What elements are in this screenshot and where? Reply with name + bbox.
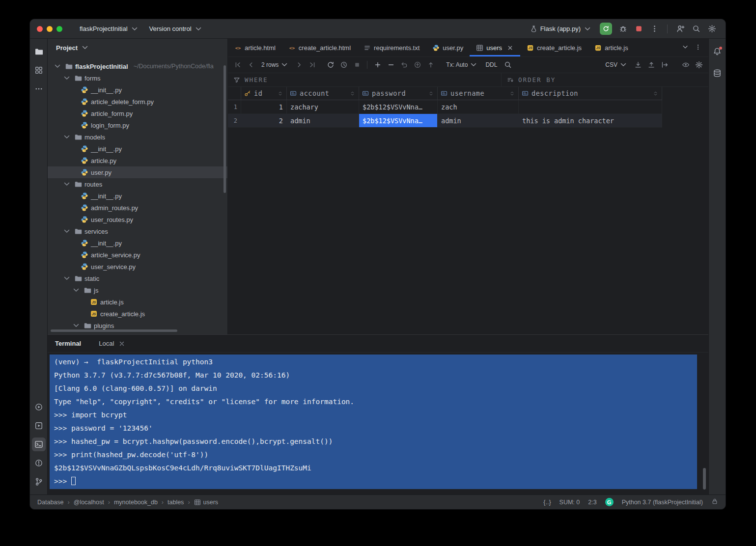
rerun-button[interactable] — [600, 23, 612, 35]
hidden-tabs-button[interactable] — [682, 44, 689, 52]
project-scrollbar-horizontal[interactable] — [51, 329, 177, 332]
tree-item-article-delete-form-py[interactable]: article_delete_form.py — [48, 96, 227, 108]
readonly-toggle-button[interactable] — [711, 498, 718, 506]
tab-create-article-js[interactable]: JScreate_article.js — [520, 39, 588, 56]
tab-article-js[interactable]: JSarticle.js — [588, 39, 635, 56]
commit-changes-button[interactable] — [424, 59, 437, 71]
terminal-tab-local[interactable]: Local — [99, 340, 126, 348]
tab-options-button[interactable] — [695, 44, 701, 52]
tree-item-article-py[interactable]: article.py — [48, 155, 227, 166]
tree-item-static[interactable]: static — [48, 273, 227, 284]
cell-username-row2[interactable]: admin — [438, 114, 519, 128]
run-tool-button[interactable] — [32, 400, 46, 414]
zoom-window-button[interactable] — [56, 26, 62, 32]
more-actions-button[interactable] — [647, 22, 661, 36]
debug-button[interactable] — [616, 22, 630, 36]
tree-item-flaskprojectinitial[interactable]: flaskProjectInitial~/Documents/PythonCod… — [48, 60, 227, 72]
run-config-selector[interactable]: Flask (app.py) — [526, 23, 596, 35]
tree-item-js[interactable]: js — [48, 284, 227, 296]
python-interpreter-widget[interactable]: Python 3.7 (flaskProjectInitial) — [622, 499, 703, 506]
row-number-1[interactable]: 1 — [228, 100, 241, 114]
last-page-button[interactable] — [306, 59, 318, 71]
aggregate-sum-widget[interactable]: SUM: 0 — [560, 499, 580, 506]
tree-item-forms[interactable]: forms — [48, 72, 227, 84]
terminal-output[interactable]: (venv) → flaskProjectInitial python3Pyth… — [48, 353, 708, 494]
import-data-button[interactable] — [632, 59, 644, 71]
project-widget[interactable]: flaskProjectInitial — [75, 23, 143, 35]
minimize-window-button[interactable] — [47, 26, 53, 32]
terminal-scrollbar[interactable] — [703, 468, 706, 490]
cell-description-row2[interactable]: this is admin character — [519, 114, 662, 128]
settings-button[interactable] — [705, 22, 719, 36]
tree-item-services[interactable]: services — [48, 225, 227, 237]
column-header-id[interactable]: id — [241, 87, 287, 100]
tree-item-article-service-py[interactable]: article_service.py — [48, 249, 227, 261]
revert-changes-button[interactable] — [398, 59, 410, 71]
delete-row-button[interactable] — [385, 59, 397, 71]
project-panel-header[interactable]: Project — [48, 39, 227, 56]
open-in-editor-button[interactable] — [658, 59, 671, 71]
tab-create-article-html[interactable]: <>create_article.html — [282, 39, 357, 56]
next-page-button[interactable] — [293, 59, 305, 71]
export-data-button[interactable] — [645, 59, 657, 71]
cell-account-row1[interactable]: zachary — [287, 100, 359, 114]
tree-item-models[interactable]: models — [48, 131, 227, 143]
tree-item-login-form-py[interactable]: login_form.py — [48, 119, 227, 131]
export-format-selector[interactable]: CSV — [602, 59, 631, 71]
cell-description-row1[interactable] — [519, 100, 662, 114]
cancel-query-button[interactable] — [351, 59, 363, 71]
services-tool-button[interactable] — [32, 419, 46, 433]
terminal-tool-button[interactable] — [32, 437, 46, 451]
tree-item-init-py[interactable]: __init__.py — [48, 143, 227, 155]
query-history-button[interactable] — [337, 59, 350, 71]
breadcrumb-users[interactable]: users — [194, 499, 219, 506]
json-path-widget[interactable]: {..} — [543, 499, 551, 506]
add-row-button[interactable] — [371, 59, 384, 71]
column-header-account[interactable]: account — [287, 87, 359, 100]
grammarly-badge[interactable]: G — [605, 498, 614, 506]
close-terminal-tab-button[interactable] — [118, 340, 126, 348]
transaction-mode-selector[interactable]: Tx: Auto — [443, 59, 481, 71]
breadcrumb-tables[interactable]: tables — [168, 499, 184, 506]
stop-button[interactable] — [632, 22, 645, 36]
breadcrumb-database[interactable]: Database — [37, 499, 64, 506]
tree-item-init-py[interactable]: __init__.py — [48, 237, 227, 249]
close-window-button[interactable] — [37, 26, 43, 32]
database-tool-button[interactable] — [710, 66, 724, 80]
row-number-2[interactable]: 2 — [228, 114, 241, 128]
column-header-description[interactable]: description — [519, 87, 662, 100]
where-filter-input[interactable]: WHERE — [228, 73, 502, 86]
cell-id-row2[interactable]: 2 — [241, 114, 287, 128]
terminal-panel-title[interactable]: Terminal — [55, 340, 81, 347]
tab-requirements-txt[interactable]: requirements.txt — [357, 39, 426, 56]
breadcrumb-mynotebook-db[interactable]: mynotebook_db — [114, 499, 158, 506]
reload-data-button[interactable] — [324, 59, 336, 71]
tree-item-article-js[interactable]: JSarticle.js — [48, 296, 227, 308]
cell-password-row2[interactable]: $2b$12$VSVvNna… — [359, 114, 438, 128]
tree-item-user-py[interactable]: user.py — [48, 166, 227, 178]
vcs-widget[interactable]: Version control — [145, 23, 207, 35]
grid-settings-button[interactable] — [693, 59, 705, 71]
project-tool-button[interactable] — [32, 45, 46, 58]
tab-user-py[interactable]: user.py — [426, 39, 470, 56]
order-by-input[interactable]: ORDER BY — [502, 73, 708, 86]
tree-item-user-routes-py[interactable]: user_routes.py — [48, 214, 227, 225]
find-in-grid-button[interactable] — [502, 59, 514, 71]
tree-item-article-form-py[interactable]: article_form.py — [48, 108, 227, 119]
tab-users[interactable]: users — [470, 39, 520, 56]
column-header-username[interactable]: username — [438, 87, 519, 100]
code-with-me-button[interactable] — [673, 22, 687, 36]
tree-item-init-py[interactable]: __init__.py — [48, 190, 227, 202]
project-scrollbar-vertical[interactable] — [224, 65, 226, 193]
problems-tool-button[interactable] — [32, 456, 46, 470]
breadcrumb--localhost[interactable]: @localhost — [74, 499, 104, 506]
tree-item-routes[interactable]: routes — [48, 178, 227, 190]
notifications-button[interactable] — [710, 45, 724, 58]
more-tools-button[interactable] — [32, 82, 46, 96]
submit-changes-button[interactable] — [411, 59, 423, 71]
previous-page-button[interactable] — [245, 59, 257, 71]
tree-item-init-py[interactable]: __init__.py — [48, 84, 227, 96]
view-options-button[interactable] — [679, 59, 692, 71]
tree-item-create-article-js[interactable]: JScreate_article.js — [48, 308, 227, 320]
ddl-button[interactable]: DDL — [482, 59, 501, 71]
